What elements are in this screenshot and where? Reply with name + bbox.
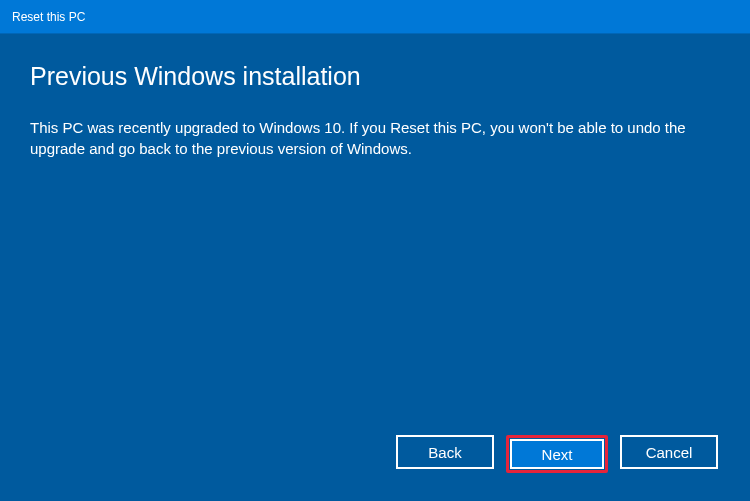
next-button[interactable]: Next: [510, 439, 604, 469]
button-row: Back Next Cancel: [30, 435, 720, 481]
back-button[interactable]: Back: [396, 435, 494, 469]
page-heading: Previous Windows installation: [30, 62, 720, 91]
window-title: Reset this PC: [12, 10, 85, 24]
page-description: This PC was recently upgraded to Windows…: [30, 117, 710, 159]
spacer: [30, 159, 720, 435]
titlebar: Reset this PC: [0, 0, 750, 34]
dialog-content: Previous Windows installation This PC wa…: [0, 34, 750, 501]
next-button-highlight: Next: [506, 435, 608, 473]
cancel-button[interactable]: Cancel: [620, 435, 718, 469]
reset-pc-dialog: Reset this PC Previous Windows installat…: [0, 0, 750, 501]
